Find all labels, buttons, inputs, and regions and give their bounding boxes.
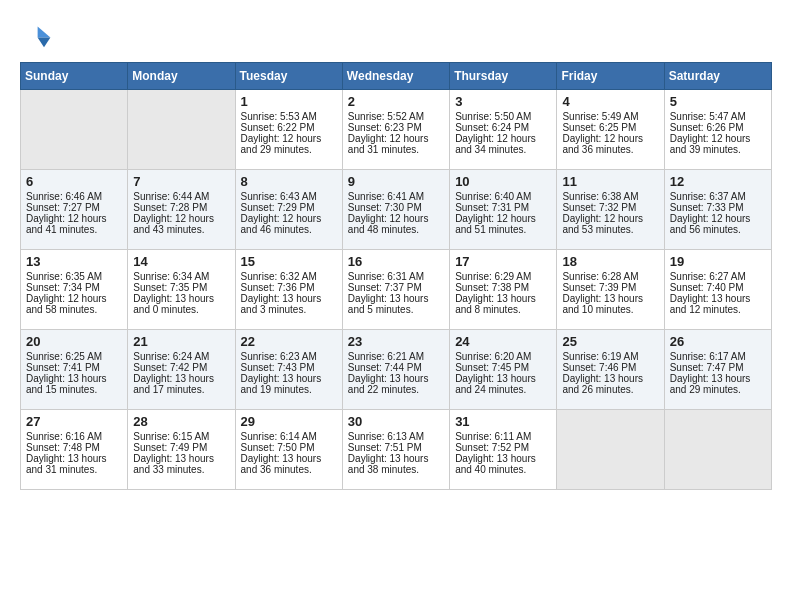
day-number: 31 — [455, 414, 551, 429]
day-number: 26 — [670, 334, 766, 349]
day-number: 10 — [455, 174, 551, 189]
day-cell: 28Sunrise: 6:15 AMSunset: 7:49 PMDayligh… — [128, 410, 235, 490]
daylight-text: Daylight: 13 hours and 5 minutes. — [348, 293, 444, 315]
sunset-text: Sunset: 6:24 PM — [455, 122, 551, 133]
sunset-text: Sunset: 6:22 PM — [241, 122, 337, 133]
sunset-text: Sunset: 7:31 PM — [455, 202, 551, 213]
daylight-text: Daylight: 13 hours and 19 minutes. — [241, 373, 337, 395]
sunset-text: Sunset: 6:25 PM — [562, 122, 658, 133]
header-row: SundayMondayTuesdayWednesdayThursdayFrid… — [21, 63, 772, 90]
header-saturday: Saturday — [664, 63, 771, 90]
daylight-text: Daylight: 12 hours and 29 minutes. — [241, 133, 337, 155]
day-number: 28 — [133, 414, 229, 429]
daylight-text: Daylight: 12 hours and 36 minutes. — [562, 133, 658, 155]
week-row-1: 1Sunrise: 5:53 AMSunset: 6:22 PMDaylight… — [21, 90, 772, 170]
daylight-text: Daylight: 12 hours and 56 minutes. — [670, 213, 766, 235]
header-friday: Friday — [557, 63, 664, 90]
page-header — [20, 20, 772, 52]
sunrise-text: Sunrise: 6:16 AM — [26, 431, 122, 442]
sunset-text: Sunset: 7:28 PM — [133, 202, 229, 213]
sunrise-text: Sunrise: 6:40 AM — [455, 191, 551, 202]
sunrise-text: Sunrise: 6:19 AM — [562, 351, 658, 362]
day-cell: 9Sunrise: 6:41 AMSunset: 7:30 PMDaylight… — [342, 170, 449, 250]
daylight-text: Daylight: 13 hours and 38 minutes. — [348, 453, 444, 475]
daylight-text: Daylight: 12 hours and 43 minutes. — [133, 213, 229, 235]
sunrise-text: Sunrise: 6:28 AM — [562, 271, 658, 282]
daylight-text: Daylight: 12 hours and 34 minutes. — [455, 133, 551, 155]
day-cell: 29Sunrise: 6:14 AMSunset: 7:50 PMDayligh… — [235, 410, 342, 490]
sunrise-text: Sunrise: 5:52 AM — [348, 111, 444, 122]
day-number: 6 — [26, 174, 122, 189]
day-cell: 21Sunrise: 6:24 AMSunset: 7:42 PMDayligh… — [128, 330, 235, 410]
day-number: 20 — [26, 334, 122, 349]
sunrise-text: Sunrise: 6:25 AM — [26, 351, 122, 362]
day-cell: 6Sunrise: 6:46 AMSunset: 7:27 PMDaylight… — [21, 170, 128, 250]
sunrise-text: Sunrise: 6:44 AM — [133, 191, 229, 202]
daylight-text: Daylight: 13 hours and 36 minutes. — [241, 453, 337, 475]
logo — [20, 20, 56, 52]
header-tuesday: Tuesday — [235, 63, 342, 90]
day-number: 17 — [455, 254, 551, 269]
day-number: 13 — [26, 254, 122, 269]
sunset-text: Sunset: 6:26 PM — [670, 122, 766, 133]
day-cell: 12Sunrise: 6:37 AMSunset: 7:33 PMDayligh… — [664, 170, 771, 250]
sunrise-text: Sunrise: 6:41 AM — [348, 191, 444, 202]
sunrise-text: Sunrise: 6:21 AM — [348, 351, 444, 362]
daylight-text: Daylight: 13 hours and 0 minutes. — [133, 293, 229, 315]
day-cell: 13Sunrise: 6:35 AMSunset: 7:34 PMDayligh… — [21, 250, 128, 330]
day-number: 8 — [241, 174, 337, 189]
sunrise-text: Sunrise: 5:53 AM — [241, 111, 337, 122]
sunrise-text: Sunrise: 6:31 AM — [348, 271, 444, 282]
sunrise-text: Sunrise: 6:29 AM — [455, 271, 551, 282]
day-cell: 22Sunrise: 6:23 AMSunset: 7:43 PMDayligh… — [235, 330, 342, 410]
week-row-3: 13Sunrise: 6:35 AMSunset: 7:34 PMDayligh… — [21, 250, 772, 330]
day-cell: 16Sunrise: 6:31 AMSunset: 7:37 PMDayligh… — [342, 250, 449, 330]
sunrise-text: Sunrise: 5:50 AM — [455, 111, 551, 122]
sunrise-text: Sunrise: 6:14 AM — [241, 431, 337, 442]
week-row-4: 20Sunrise: 6:25 AMSunset: 7:41 PMDayligh… — [21, 330, 772, 410]
day-cell — [557, 410, 664, 490]
sunset-text: Sunset: 7:40 PM — [670, 282, 766, 293]
day-number: 7 — [133, 174, 229, 189]
daylight-text: Daylight: 13 hours and 10 minutes. — [562, 293, 658, 315]
sunrise-text: Sunrise: 6:15 AM — [133, 431, 229, 442]
day-number: 11 — [562, 174, 658, 189]
day-number: 1 — [241, 94, 337, 109]
day-number: 19 — [670, 254, 766, 269]
sunrise-text: Sunrise: 6:46 AM — [26, 191, 122, 202]
day-number: 4 — [562, 94, 658, 109]
daylight-text: Daylight: 13 hours and 40 minutes. — [455, 453, 551, 475]
day-number: 15 — [241, 254, 337, 269]
sunset-text: Sunset: 7:42 PM — [133, 362, 229, 373]
sunrise-text: Sunrise: 6:27 AM — [670, 271, 766, 282]
sunset-text: Sunset: 7:47 PM — [670, 362, 766, 373]
day-cell: 2Sunrise: 5:52 AMSunset: 6:23 PMDaylight… — [342, 90, 449, 170]
day-cell: 3Sunrise: 5:50 AMSunset: 6:24 PMDaylight… — [450, 90, 557, 170]
daylight-text: Daylight: 12 hours and 46 minutes. — [241, 213, 337, 235]
day-number: 25 — [562, 334, 658, 349]
daylight-text: Daylight: 12 hours and 58 minutes. — [26, 293, 122, 315]
sunset-text: Sunset: 7:36 PM — [241, 282, 337, 293]
sunset-text: Sunset: 7:49 PM — [133, 442, 229, 453]
day-number: 2 — [348, 94, 444, 109]
daylight-text: Daylight: 13 hours and 17 minutes. — [133, 373, 229, 395]
day-cell: 5Sunrise: 5:47 AMSunset: 6:26 PMDaylight… — [664, 90, 771, 170]
day-cell: 24Sunrise: 6:20 AMSunset: 7:45 PMDayligh… — [450, 330, 557, 410]
sunset-text: Sunset: 7:32 PM — [562, 202, 658, 213]
day-cell: 30Sunrise: 6:13 AMSunset: 7:51 PMDayligh… — [342, 410, 449, 490]
day-cell: 8Sunrise: 6:43 AMSunset: 7:29 PMDaylight… — [235, 170, 342, 250]
sunset-text: Sunset: 7:29 PM — [241, 202, 337, 213]
day-cell: 7Sunrise: 6:44 AMSunset: 7:28 PMDaylight… — [128, 170, 235, 250]
day-number: 3 — [455, 94, 551, 109]
daylight-text: Daylight: 13 hours and 31 minutes. — [26, 453, 122, 475]
day-number: 14 — [133, 254, 229, 269]
sunrise-text: Sunrise: 6:23 AM — [241, 351, 337, 362]
sunrise-text: Sunrise: 6:11 AM — [455, 431, 551, 442]
day-number: 12 — [670, 174, 766, 189]
sunrise-text: Sunrise: 6:20 AM — [455, 351, 551, 362]
day-cell: 17Sunrise: 6:29 AMSunset: 7:38 PMDayligh… — [450, 250, 557, 330]
day-number: 5 — [670, 94, 766, 109]
sunrise-text: Sunrise: 6:35 AM — [26, 271, 122, 282]
sunset-text: Sunset: 7:39 PM — [562, 282, 658, 293]
svg-marker-1 — [38, 38, 51, 48]
